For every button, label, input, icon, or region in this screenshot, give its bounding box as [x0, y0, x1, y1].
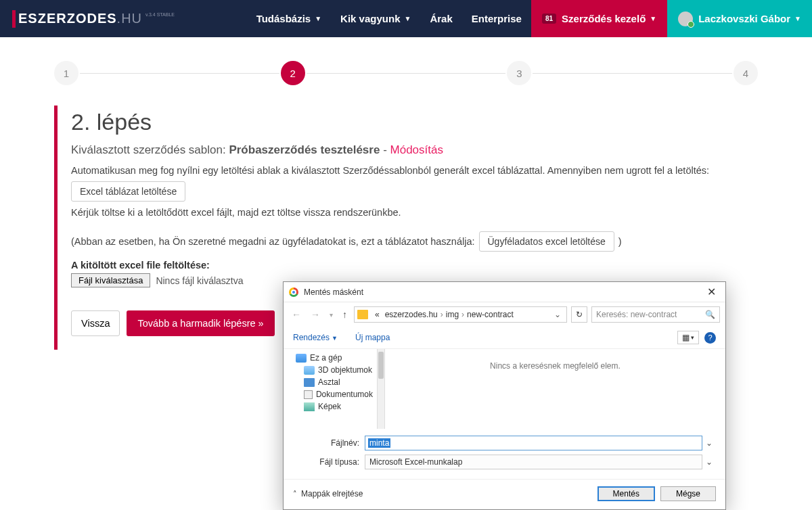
dialog-title: Mentés másként — [304, 287, 363, 297]
step-1[interactable]: 1 — [54, 61, 78, 85]
nav-user-menu[interactable]: Laczkovszki Gábor▼ — [667, 0, 812, 37]
path-dropdown-icon[interactable]: ⌄ — [551, 310, 564, 319]
save-button[interactable]: Mentés — [597, 486, 655, 501]
app-header: ESZERZODES.HU v.3.4 STABLE Tudásbázis▼ K… — [0, 0, 812, 37]
step-2[interactable]: 2 — [281, 61, 305, 85]
save-as-dialog: Mentés másként ✕ ← → ▾ ↑ « eszerzodes.hu… — [283, 281, 726, 510]
folder-tree: Ez a gép 3D objektumok Asztal Dokumentum… — [284, 349, 377, 429]
caret-down-icon: ▼ — [315, 15, 321, 22]
caret-down-icon: ▼ — [404, 15, 411, 22]
dialog-fields: Fájlnév: minta ⌄ Fájl típusa: Microsoft … — [284, 429, 725, 476]
breadcrumb[interactable]: eszerzodes.hu — [382, 308, 441, 321]
dialog-footer: ˄Mappák elrejtése Mentés Mégse — [284, 479, 725, 509]
desktop-icon — [304, 378, 315, 387]
download-client-excel-button[interactable]: Ügyféladatos excel letöltése — [479, 231, 614, 252]
up-arrow-icon[interactable]: ↑ — [340, 308, 350, 321]
filename-input[interactable]: minta — [365, 436, 702, 450]
3d-icon — [304, 366, 315, 375]
tree-item-3d[interactable]: 3D objektumok — [284, 364, 377, 376]
close-icon[interactable]: ✕ — [703, 285, 720, 298]
path-bar[interactable]: « eszerzodes.hu› img› new-contract ⌄ — [354, 306, 567, 323]
back-arrow-icon[interactable]: ← — [289, 308, 304, 321]
dropdown-history-icon[interactable]: ▾ — [327, 310, 336, 320]
step-line — [307, 73, 506, 74]
caret-down-icon: ▼ — [650, 15, 656, 22]
tree-item-documents[interactable]: Dokumentumok — [284, 388, 377, 400]
download-excel-button[interactable]: Excel táblázat letöltése — [71, 181, 185, 202]
step-line — [80, 73, 279, 74]
cancel-button[interactable]: Mégse — [660, 486, 716, 501]
avatar — [678, 11, 693, 26]
filename-dropdown-icon[interactable]: ⌄ — [702, 438, 716, 448]
forward-arrow-icon[interactable]: → — [308, 308, 323, 321]
filetype-dropdown-icon[interactable]: ⌄ — [702, 457, 716, 467]
document-icon — [304, 390, 313, 399]
filetype-select[interactable]: Microsoft Excel-munkalap — [365, 455, 702, 469]
tree-item-pictures[interactable]: Képek — [284, 400, 377, 413]
selected-template: Kiválasztott szerződés sablon: Próbaszer… — [71, 143, 758, 157]
back-button[interactable]: Vissza — [71, 310, 120, 336]
pc-icon — [296, 354, 307, 363]
progress-stepper: 1 2 3 4 — [0, 37, 812, 106]
logo-bar-icon — [12, 10, 16, 28]
help-icon[interactable]: ? — [704, 332, 716, 344]
notification-badge: 81 — [542, 14, 556, 24]
search-icon: 🔍 — [705, 310, 715, 319]
new-folder-button[interactable]: Új mappa — [355, 333, 390, 342]
filetype-label: Fájl típusa: — [293, 457, 365, 467]
nav-tudasbazis[interactable]: Tudásbázis▼ — [247, 0, 331, 37]
breadcrumb-root[interactable]: « — [372, 308, 382, 321]
step-3[interactable]: 3 — [507, 61, 531, 85]
file-status: Nincs fájl kiválasztva — [156, 275, 243, 286]
info-text-1: Automatikusan meg fog nyílni egy letölté… — [71, 165, 758, 176]
file-list-empty: Nincs a keresésnek megfelelő elem. — [385, 349, 725, 429]
refresh-button[interactable]: ↻ — [571, 306, 587, 323]
folder-icon — [357, 310, 368, 319]
tree-item-this-pc[interactable]: Ez a gép — [284, 352, 377, 364]
step-4[interactable]: 4 — [734, 61, 758, 85]
page-title: 2. lépés — [71, 109, 758, 135]
nav-enterprise[interactable]: Enterprise — [462, 0, 531, 37]
upload-label: A kitöltött excel file feltöltése: — [71, 260, 758, 271]
dialog-nav: ← → ▾ ↑ « eszerzodes.hu› img› new-contra… — [284, 302, 725, 327]
pictures-icon — [304, 402, 315, 411]
filename-label: Fájlnév: — [293, 438, 365, 448]
search-input[interactable]: Keresés: new-contract 🔍 — [591, 306, 720, 323]
breadcrumb[interactable]: new-contract — [464, 308, 516, 321]
dialog-toolbar: Rendezés▼ Új mappa ▦▾ ? — [284, 327, 725, 349]
hide-folders-button[interactable]: ˄Mappák elrejtése — [293, 489, 363, 499]
view-options-button[interactable]: ▦▾ — [677, 331, 699, 344]
file-select-button[interactable]: Fájl kiválasztása — [71, 273, 150, 287]
modify-link[interactable]: Módosítás — [390, 143, 443, 156]
tree-scrollbar[interactable] — [377, 349, 385, 429]
search-placeholder: Keresés: new-contract — [596, 310, 677, 319]
breadcrumb[interactable]: img — [443, 308, 461, 321]
next-button[interactable]: Tovább a harmadik lépésre » — [127, 310, 274, 336]
nav-arak[interactable]: Árak — [420, 0, 461, 37]
tree-item-desktop[interactable]: Asztal — [284, 376, 377, 388]
organize-button[interactable]: Rendezés▼ — [293, 333, 338, 342]
nav-kik-vagyunk[interactable]: Kik vagyunk▼ — [331, 0, 420, 37]
caret-down-icon: ▼ — [794, 15, 801, 22]
main-nav: Tudásbázis▼ Kik vagyunk▼ Árak Enterprise… — [247, 0, 812, 37]
version-badge: v.3.4 STABLE — [145, 12, 175, 17]
dialog-titlebar: Mentés másként ✕ — [284, 282, 725, 302]
chrome-icon — [289, 287, 298, 297]
nav-szerzodes-kezelo[interactable]: 81 Szerződés kezelő▼ — [531, 0, 667, 37]
step-line — [533, 73, 732, 74]
logo[interactable]: ESZERZODES.HU v.3.4 STABLE — [0, 10, 187, 28]
dialog-body: Ez a gép 3D objektumok Asztal Dokumentum… — [284, 349, 725, 429]
info-text-2: Kérjük töltse ki a letöltődött excel fáj… — [71, 207, 758, 218]
client-data-row: (Abban az esetben, ha Ön szeretné megadn… — [71, 231, 758, 252]
logo-text: ESZERZODES.HU — [18, 11, 142, 26]
